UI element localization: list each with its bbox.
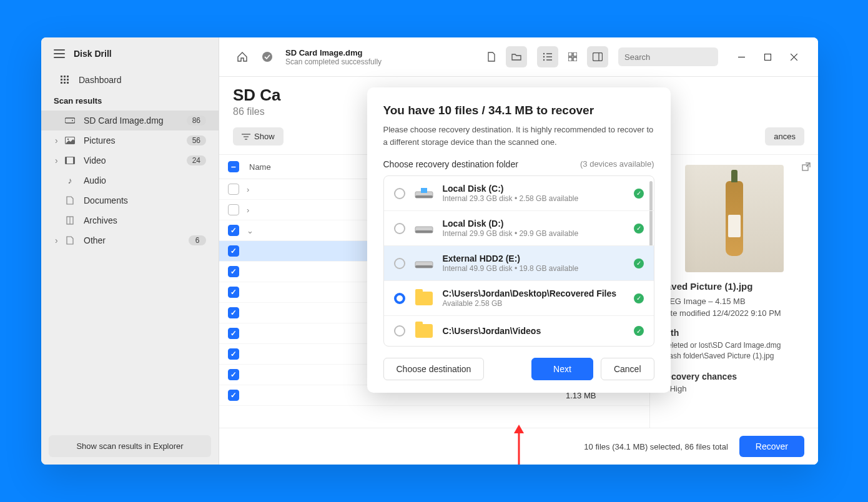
filter-label: Show [254,132,275,141]
sidebar-item-other[interactable]: Other 6 [41,230,219,250]
next-button[interactable]: Next [531,358,593,380]
home-icon[interactable] [232,46,253,67]
popout-icon[interactable] [802,162,811,173]
row-checkbox[interactable] [228,245,239,257]
row-checkbox[interactable] [228,184,239,195]
row-checkbox[interactable] [228,307,239,318]
modal-description: Please choose recovery destination. It i… [383,124,654,148]
svg-rect-2 [67,76,69,77]
preview-panel: Saved Picture (1).jpg JPEG Image – 4.15 … [649,155,818,428]
sidebar-item-audio[interactable]: ♪ Audio [41,170,219,190]
preview-path-1: \Deleted or lost\SD Card Image.dmg [660,340,808,351]
recovery-chances-filter[interactable]: ances [765,127,804,145]
row-checkbox[interactable] [228,266,239,277]
row-checkbox[interactable] [228,328,239,339]
file-icon[interactable] [481,46,502,67]
svg-rect-28 [573,57,577,61]
choose-destination-button[interactable]: Choose destination [383,358,485,380]
radio-button[interactable] [394,188,405,199]
sidebar-item-dashboard[interactable]: Dashboard [41,70,219,90]
destination-name: Local Disk (C:) [443,184,625,194]
chances-label: Recovery chances [660,372,808,381]
image-icon [65,137,75,144]
row-checkbox[interactable] [228,204,239,215]
maximize-button[interactable] [756,47,779,66]
svg-rect-8 [67,82,69,84]
sidebar-item-label: Video [84,155,106,165]
count-badge: 6 [189,235,206,245]
radio-button[interactable] [394,325,405,337]
search-input[interactable] [618,47,718,66]
check-icon [634,293,644,303]
svg-rect-34 [764,54,771,60]
show-filter-button[interactable]: Show [233,127,284,145]
svg-rect-1 [64,76,66,77]
music-icon: ♪ [65,175,75,185]
document-icon [65,196,75,205]
sidebar-item-pictures[interactable]: Pictures 56 [41,130,219,150]
close-button[interactable] [782,47,806,66]
main-area: SD Card Image.dmg Scan completed success… [219,37,818,465]
row-checkbox[interactable] [228,287,239,298]
selection-status: 10 files (34.1 MB) selected, 86 files to… [584,442,728,451]
sidebar-item-label: Pictures [84,135,116,145]
list-view-icon[interactable] [537,46,558,67]
filter-icon [242,133,250,140]
chevron-icon: › [247,205,257,215]
cancel-button[interactable]: Cancel [601,358,654,380]
row-checkbox[interactable] [228,225,239,236]
sidebar-section-label: Scan results [41,90,219,111]
search-field[interactable] [624,52,729,62]
destination-list: Local Disk (C:)Internal 29.3 GB disk • 2… [383,175,654,347]
disk-icon [65,117,75,124]
menu-icon[interactable] [54,49,65,58]
row-checkbox[interactable] [228,369,239,380]
panel-view-icon[interactable] [587,46,608,67]
destination-item[interactable]: External HDD2 (E:)Internal 49.9 GB disk … [384,246,654,281]
destination-sub: Internal 49.9 GB disk • 19.8 GB availabl… [443,264,625,273]
sidebar-item-video[interactable]: Video 24 [41,150,219,170]
destination-item[interactable]: Local Disk (C:)Internal 29.3 GB disk • 2… [384,176,654,211]
svg-rect-14 [66,157,67,164]
video-icon [65,157,75,164]
toolbar-file-sub: Scan completed successfully [285,57,382,66]
sidebar-item-label: Documents [84,195,128,205]
app-title: Disk Drill [74,49,112,59]
radio-button[interactable] [394,258,405,269]
svg-rect-26 [573,52,577,56]
count-badge: 24 [187,155,206,165]
svg-rect-15 [73,157,75,164]
row-checkbox[interactable] [228,390,239,401]
check-icon [634,224,644,234]
destination-item[interactable]: Local Disk (D:)Internal 29.9 GB disk • 2… [384,211,654,246]
footer-bar: 10 files (34.1 MB) selected, 86 files to… [219,428,818,465]
recover-button[interactable]: Recover [739,436,804,457]
svg-rect-43 [415,195,433,198]
sidebar: Disk Drill Dashboard Scan results SD Car… [41,37,219,465]
sidebar-item-archives[interactable]: Archives [41,210,219,230]
radio-button[interactable] [394,293,405,304]
devices-hint: (3 devices available) [580,159,654,169]
radio-button[interactable] [394,223,405,234]
grid-view-icon[interactable] [562,46,583,67]
sidebar-item-documents[interactable]: Documents [41,190,219,210]
chevron-icon: › [247,185,257,194]
sidebar-item-sdcard[interactable]: SD Card Image.dmg 86 [41,111,219,130]
filter-label: ances [774,132,796,141]
count-badge: 86 [187,116,206,126]
minimize-button[interactable] [729,47,753,66]
destination-item[interactable]: C:\Users\Jordan\Desktop\Recovered FilesA… [384,281,654,316]
svg-rect-48 [415,265,433,268]
sidebar-item-label: SD Card Image.dmg [84,116,164,126]
disk-icon [414,256,434,271]
show-in-explorer-button[interactable]: Show scan results in Explorer [49,435,211,457]
svg-rect-25 [568,52,572,56]
svg-point-20 [543,56,545,57]
choose-dest-label: Choose recovery destination folder [383,159,518,169]
destination-item[interactable]: C:\Users\Jordan\Videos [384,316,654,346]
row-checkbox[interactable] [228,348,239,360]
svg-point-12 [67,139,69,140]
select-all-checkbox[interactable] [228,161,239,172]
sidebar-item-label: Other [84,235,106,245]
folder-icon[interactable] [506,46,527,67]
